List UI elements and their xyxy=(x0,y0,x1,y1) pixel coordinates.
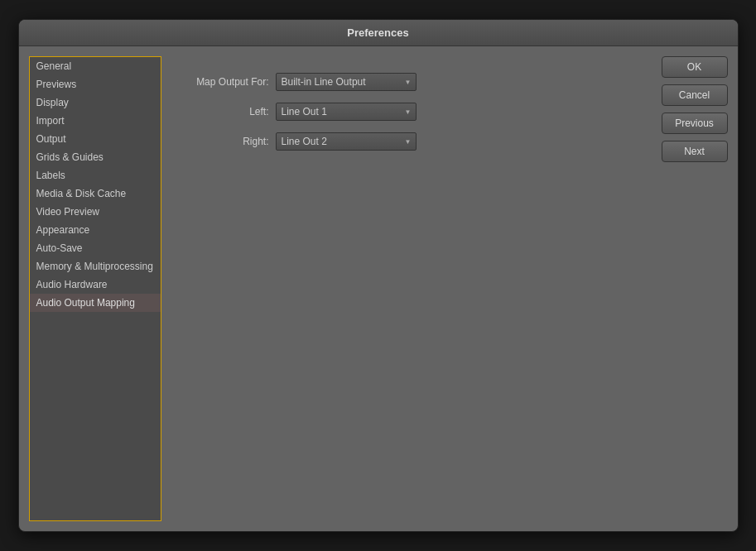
map-output-select[interactable]: Built-in Line Output xyxy=(276,73,417,91)
ok-button[interactable]: OK xyxy=(662,56,728,78)
right-select[interactable]: Line Out 2 xyxy=(276,132,417,151)
sidebar-item-display[interactable]: Display xyxy=(30,93,161,112)
preferences-dialog: Preferences GeneralPreviewsDisplayImport… xyxy=(18,19,739,532)
right-panel: OK Cancel Previous Next xyxy=(662,56,728,521)
right-select-wrapper[interactable]: Line Out 2 xyxy=(276,132,417,151)
sidebar-item-memory---multiprocessing[interactable]: Memory & Multiprocessing xyxy=(30,257,161,276)
sidebar-item-auto-save[interactable]: Auto-Save xyxy=(30,239,161,257)
sidebar-item-import[interactable]: Import xyxy=(30,112,161,130)
right-label: Right: xyxy=(195,136,269,147)
sidebar-item-media---disk-cache[interactable]: Media & Disk Cache xyxy=(30,184,161,203)
cancel-button[interactable]: Cancel xyxy=(662,84,728,106)
left-label: Left: xyxy=(195,106,269,117)
sidebar: GeneralPreviewsDisplayImportOutputGrids … xyxy=(29,56,161,521)
right-row: Right: Line Out 2 xyxy=(195,132,628,151)
sidebar-item-output[interactable]: Output xyxy=(30,130,161,148)
sidebar-item-grids---guides[interactable]: Grids & Guides xyxy=(30,148,161,166)
previous-button[interactable]: Previous xyxy=(662,113,728,134)
sidebar-item-general[interactable]: General xyxy=(30,57,161,75)
map-output-row: Map Output For: Built-in Line Output xyxy=(195,73,628,91)
sidebar-item-appearance[interactable]: Appearance xyxy=(30,221,161,239)
main-area: Map Output For: Built-in Line Output Lef… xyxy=(170,56,653,521)
left-select[interactable]: Line Out 1 xyxy=(276,103,417,121)
sidebar-item-audio-output-mapping[interactable]: Audio Output Mapping xyxy=(30,294,161,312)
buttons-panel: OK Cancel Previous Next xyxy=(662,56,728,162)
left-select-wrapper[interactable]: Line Out 1 xyxy=(276,103,417,121)
sidebar-item-previews[interactable]: Previews xyxy=(30,75,161,93)
sidebar-item-labels[interactable]: Labels xyxy=(30,166,161,184)
map-output-label: Map Output For: xyxy=(195,76,269,88)
sidebar-item-audio-hardware[interactable]: Audio Hardware xyxy=(30,276,161,294)
settings-panel: Map Output For: Built-in Line Output Lef… xyxy=(170,56,653,521)
left-row: Left: Line Out 1 xyxy=(195,103,628,121)
dialog-title: Preferences xyxy=(19,20,738,46)
sidebar-item-video-preview[interactable]: Video Preview xyxy=(30,203,161,221)
map-output-select-wrapper[interactable]: Built-in Line Output xyxy=(276,73,417,91)
next-button[interactable]: Next xyxy=(662,141,728,162)
